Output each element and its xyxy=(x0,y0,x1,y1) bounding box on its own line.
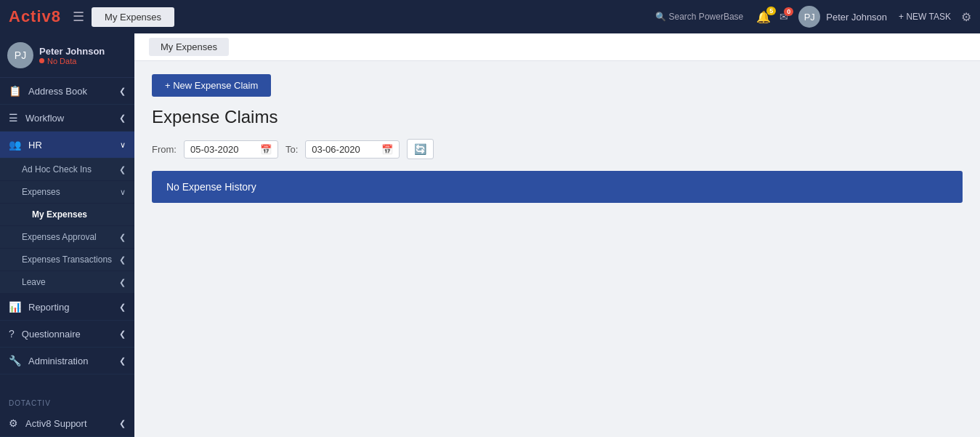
topnav-username: Peter Johnson xyxy=(826,12,887,23)
activ8-support-icon: ⚙ xyxy=(9,417,18,429)
my-expenses-tab[interactable]: My Expenses xyxy=(92,7,174,27)
chevron-down-icon: ∨ xyxy=(120,188,126,197)
from-calendar-icon[interactable]: 📅 xyxy=(260,144,272,155)
chevron-icon: ❮ xyxy=(119,356,126,366)
chevron-icon: ❮ xyxy=(119,113,126,123)
no-expense-text: No Expense History xyxy=(166,181,256,193)
sidebar-item-administration[interactable]: 🔧 Administration ❮ xyxy=(0,348,134,374)
page-title: Expense Claims xyxy=(152,107,963,127)
search-bar[interactable]: 🔍 Search PowerBase xyxy=(655,12,744,22)
sidebar-item-hr[interactable]: 👥 HR ∨ xyxy=(0,132,134,159)
main-content-area: My Expenses + New Expense Claim Expense … xyxy=(134,33,980,437)
sidebar-item-questionnaire[interactable]: ? Questionnaire ❮ xyxy=(0,321,134,348)
status-dot xyxy=(39,58,44,63)
sidebar: PJ Peter Johnson No Data 📋 Address Book … xyxy=(0,33,134,437)
chevron-icon: ❮ xyxy=(119,255,126,265)
reporting-icon: 📊 xyxy=(9,301,21,313)
chevron-icon: ❮ xyxy=(119,165,126,175)
breadcrumb-my-expenses[interactable]: My Expenses xyxy=(149,38,229,56)
breadcrumb: My Expenses xyxy=(134,33,980,61)
from-date-input-wrap: 📅 xyxy=(184,140,278,159)
hr-icon: 👥 xyxy=(9,139,21,151)
hamburger-button[interactable]: ☰ xyxy=(73,9,84,25)
chevron-icon: ❮ xyxy=(119,419,126,428)
settings-icon[interactable]: ⚙ xyxy=(961,10,971,24)
from-date-input[interactable] xyxy=(190,144,256,155)
chevron-down-icon: ∨ xyxy=(120,140,126,150)
avatar: PJ xyxy=(798,6,820,28)
sidebar-item-expenses-transactions[interactable]: Expenses Transactions ❮ xyxy=(0,249,134,271)
chevron-icon: ❮ xyxy=(119,329,126,339)
to-date-input[interactable] xyxy=(312,144,377,155)
no-expense-banner: No Expense History xyxy=(152,171,963,203)
sidebar-item-expenses[interactable]: Expenses ∨ xyxy=(0,181,134,204)
sidebar-user: PJ Peter Johnson No Data xyxy=(0,33,134,78)
sidebar-item-address-book[interactable]: 📋 Address Book ❮ xyxy=(0,78,134,105)
sidebar-item-expenses-approval[interactable]: Expenses Approval ❮ xyxy=(0,226,134,249)
address-book-icon: 📋 xyxy=(9,85,21,97)
sidebar-item-adhoc[interactable]: Ad Hoc Check Ins ❮ xyxy=(0,159,134,181)
workflow-icon: ☰ xyxy=(9,112,18,124)
main-content: + New Expense Claim Expense Claims From:… xyxy=(134,61,980,216)
new-expense-claim-button[interactable]: + New Expense Claim xyxy=(152,74,271,97)
to-label: To: xyxy=(286,144,298,155)
search-icon: 🔍 xyxy=(655,12,666,22)
app-logo: Activ8 xyxy=(9,7,61,26)
sidebar-avatar: PJ xyxy=(7,42,33,68)
administration-icon: 🔧 xyxy=(9,355,21,366)
to-calendar-icon[interactable]: 📅 xyxy=(381,144,393,155)
sidebar-sub-hr: Ad Hoc Check Ins ❮ Expenses ∨ My Expense… xyxy=(0,159,134,294)
chevron-icon: ❮ xyxy=(119,87,126,96)
sidebar-item-my-expenses[interactable]: My Expenses xyxy=(0,204,134,226)
date-filter-row: From: 📅 To: 📅 🔄 xyxy=(152,139,963,159)
questionnaire-icon: ? xyxy=(9,328,15,340)
sidebar-item-leave[interactable]: Leave ❮ xyxy=(0,271,134,294)
refresh-button[interactable]: 🔄 xyxy=(407,139,434,159)
topnav: Activ8 ☰ My Expenses 🔍 Search PowerBase … xyxy=(0,0,980,33)
sidebar-status: No Data xyxy=(39,57,105,65)
chevron-icon: ❮ xyxy=(119,233,126,242)
sidebar-item-reporting[interactable]: 📊 Reporting ❮ xyxy=(0,294,134,321)
new-task-button[interactable]: + NEW TASK xyxy=(899,12,951,22)
sidebar-username: Peter Johnson xyxy=(39,46,105,57)
dotactiv-label: DOTACTIV xyxy=(0,392,134,410)
notifications-button[interactable]: 🔔 5 xyxy=(756,10,771,24)
messages-button[interactable]: ✉ 0 xyxy=(779,11,788,23)
sidebar-nav: 📋 Address Book ❮ ☰ Workflow ❮ 👥 HR ∨ Ad … xyxy=(0,78,134,392)
to-date-input-wrap: 📅 xyxy=(305,140,400,159)
sidebar-item-activ8-support[interactable]: ⚙ Activ8 Support ❮ xyxy=(0,410,134,437)
chevron-icon: ❮ xyxy=(119,302,126,312)
chevron-icon: ❮ xyxy=(119,278,126,287)
from-label: From: xyxy=(152,144,177,155)
layout: PJ Peter Johnson No Data 📋 Address Book … xyxy=(0,33,980,437)
sidebar-item-workflow[interactable]: ☰ Workflow ❮ xyxy=(0,105,134,132)
